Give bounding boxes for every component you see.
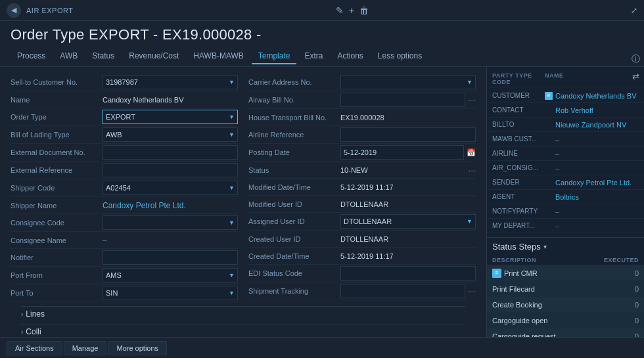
label-shipper-name: Shipper Name bbox=[11, 202, 103, 210]
party-type-contact: CONTACT bbox=[492, 106, 545, 114]
field-ext-ref: External Reference bbox=[11, 162, 238, 179]
select-arrow-pt: ▼ bbox=[229, 290, 235, 296]
field-posting-date: Posting Date 📅 bbox=[248, 144, 476, 162]
colli-chevron: › bbox=[21, 328, 23, 336]
select-port-to[interactable]: SIN ▼ bbox=[103, 286, 238, 300]
label-modified-dt: Modified Date/Time bbox=[248, 183, 340, 191]
party-row-customer: CUSTOMER ≡ Candoxy Netherlands BV bbox=[487, 89, 644, 103]
tab-extra[interactable]: Extra bbox=[298, 49, 329, 64]
field-created-user: Created User ID DTOLLENAAR bbox=[248, 231, 476, 248]
party-name-contact[interactable]: Rob Verhoff bbox=[553, 106, 639, 114]
field-modified-user: Modified User ID DTOLLENAAR bbox=[248, 196, 476, 213]
label-consignee-code: Consignee Code bbox=[11, 219, 103, 227]
value-name: Candoxy Netherlands BV bbox=[103, 96, 238, 104]
party-name-customer[interactable]: Candoxy Netherlands BV bbox=[553, 92, 639, 100]
field-shipment-tracking: Shipment Tracking ··· bbox=[248, 282, 476, 300]
label-ext-ref: External Reference bbox=[11, 166, 103, 174]
manage-button[interactable]: Manage bbox=[64, 341, 107, 355]
label-shipper-code: Shipper Code bbox=[11, 184, 103, 192]
party-name-sender[interactable]: Candoxy Petrol Pte Ltd. bbox=[553, 179, 639, 187]
tracking-menu-dots[interactable]: ··· bbox=[468, 286, 476, 296]
select-order-type[interactable]: EXPORT ▼ bbox=[103, 110, 238, 124]
input-edi-status[interactable] bbox=[340, 266, 476, 280]
party-row-contact: CONTACT Rob Verhoff bbox=[487, 103, 644, 118]
select-carrier-addr[interactable]: ▼ bbox=[340, 75, 476, 89]
label-port-from: Port From bbox=[11, 271, 103, 279]
steps-exec-header: EXECUTED bbox=[599, 257, 639, 263]
tab-process[interactable]: Process bbox=[11, 49, 52, 64]
party-name-agent[interactable]: Boltrics bbox=[553, 193, 639, 201]
select-port-from[interactable]: AMS ▼ bbox=[103, 268, 238, 282]
label-assigned-user: Assigned User ID bbox=[248, 217, 340, 225]
party-name-header: NAME bbox=[545, 72, 639, 85]
party-type-header: PARTY TYPE CODE bbox=[492, 72, 545, 85]
form-grid: Sell-to Customer No. 31987987 ▼ Name Can… bbox=[11, 74, 476, 302]
tab-hawb[interactable]: HAWB-MAWB bbox=[187, 49, 250, 64]
calendar-icon[interactable]: 📅 bbox=[467, 148, 476, 157]
party-type-customer: CUSTOMER bbox=[492, 92, 545, 99]
tab-less-options[interactable]: Less options bbox=[371, 49, 428, 64]
select-sell-to[interactable]: 31987987 ▼ bbox=[103, 75, 238, 89]
select-consignee-code[interactable]: ▼ bbox=[103, 215, 238, 230]
label-name: Name bbox=[11, 96, 103, 104]
select-arrow-ot: ▼ bbox=[229, 114, 235, 120]
input-airline-ref[interactable] bbox=[340, 127, 476, 142]
label-order-type: Order Type bbox=[11, 113, 103, 121]
side-icons: ⓘ ⇄ bbox=[629, 53, 642, 83]
input-posting-date[interactable] bbox=[340, 145, 464, 160]
value-status: 10-NEW bbox=[340, 166, 465, 174]
lines-section-header[interactable]: › Lines bbox=[21, 306, 465, 321]
value-htb: EX19.000028 bbox=[340, 114, 476, 122]
tab-revenue[interactable]: Revenue/Cost bbox=[122, 49, 185, 64]
input-notifier[interactable] bbox=[103, 250, 238, 265]
expand-icon[interactable]: ⤢ bbox=[631, 6, 637, 15]
party-name-air-consig: – bbox=[553, 164, 639, 172]
refresh-icon[interactable]: ⇄ bbox=[629, 70, 642, 83]
input-awb[interactable] bbox=[340, 93, 465, 107]
select-assigned-user[interactable]: DTOLLENAAR ▼ bbox=[340, 214, 476, 229]
party-btn-customer[interactable]: ≡ bbox=[545, 92, 553, 100]
app-title: AIR EXPORT bbox=[26, 7, 73, 14]
title-bar: ◀ AIR EXPORT ✎ + 🗑 ⤢ bbox=[0, 0, 644, 21]
field-created-dt: Created Date/Time 5-12-2019 11:17 bbox=[248, 248, 476, 265]
field-bol-type: Bill of Lading Type AWB ▼ bbox=[11, 126, 238, 144]
party-row-notify: NOTIFYPARTY – bbox=[487, 204, 644, 219]
label-htb: House Transport Bill No. bbox=[248, 114, 340, 122]
status-menu-dots[interactable]: ··· bbox=[468, 165, 476, 175]
add-icon[interactable]: + bbox=[349, 5, 354, 16]
status-steps-section[interactable]: Status Steps ▾ bbox=[487, 237, 644, 256]
link-shipper-name[interactable]: Candoxy Petrol Pte Ltd. bbox=[103, 201, 186, 210]
awb-menu-dots[interactable]: ··· bbox=[468, 95, 476, 105]
step-btn-print-cmr[interactable]: ≡ bbox=[492, 269, 501, 278]
party-name-mawb: – bbox=[553, 135, 639, 143]
value-modified-dt: 5-12-2019 11:17 bbox=[340, 183, 476, 191]
input-ext-doc[interactable] bbox=[103, 145, 238, 160]
select-shipper-code[interactable]: A02454 ▼ bbox=[103, 181, 238, 195]
info-icon[interactable]: ⓘ bbox=[629, 53, 642, 66]
input-ext-ref[interactable] bbox=[103, 163, 238, 177]
air-sections-button[interactable]: Air Sections bbox=[7, 341, 62, 355]
label-airline-ref: Airline Reference bbox=[248, 131, 340, 139]
tab-status[interactable]: Status bbox=[85, 49, 121, 64]
party-name-airline: – bbox=[553, 150, 639, 158]
field-port-from: Port From AMS ▼ bbox=[11, 267, 238, 284]
party-type-mydepart: MY DEPART... bbox=[492, 222, 545, 229]
tab-actions[interactable]: Actions bbox=[331, 49, 369, 64]
step-row-print-cmr: ≡ Print CMR 0 bbox=[487, 265, 644, 281]
tab-template[interactable]: Template bbox=[252, 49, 297, 64]
select-bol[interactable]: AWB ▼ bbox=[103, 127, 238, 142]
delete-icon[interactable]: 🗑 bbox=[359, 5, 369, 16]
edit-icon[interactable]: ✎ bbox=[336, 5, 344, 16]
party-name-billto[interactable]: Nieuwe Zandpoort NV bbox=[553, 121, 639, 129]
party-type-billto: BILLTO bbox=[492, 121, 545, 128]
back-button[interactable]: ◀ bbox=[7, 3, 21, 18]
input-shipment-tracking[interactable] bbox=[340, 284, 465, 298]
party-type-notify: NOTIFYPARTY bbox=[492, 208, 545, 215]
label-shipment-tracking: Shipment Tracking bbox=[248, 287, 340, 295]
field-consignee-name: Consignee Name – bbox=[11, 232, 238, 249]
party-row-billto: BILLTO Nieuwe Zandpoort NV bbox=[487, 118, 644, 132]
tab-awb[interactable]: AWB bbox=[53, 49, 84, 64]
more-options-button[interactable]: More options bbox=[108, 341, 167, 355]
value-modified-user: DTOLLENAAR bbox=[340, 200, 476, 208]
field-port-to: Port To SIN ▼ bbox=[11, 284, 238, 302]
